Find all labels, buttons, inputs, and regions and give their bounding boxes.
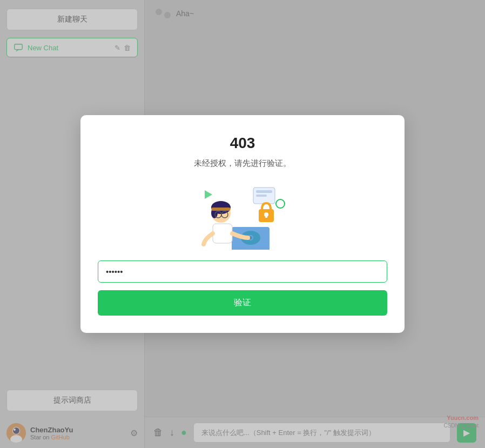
auth-modal: 403 未经授权，请先进行验证。	[80, 115, 405, 333]
svg-rect-24	[213, 224, 232, 243]
password-input[interactable]	[98, 260, 387, 283]
illustration	[188, 179, 297, 250]
svg-rect-23	[211, 208, 231, 211]
error-message: 未经授权，请先进行验证。	[194, 158, 291, 169]
svg-rect-8	[256, 195, 267, 197]
svg-point-26	[276, 199, 285, 208]
svg-rect-15	[232, 227, 270, 250]
svg-marker-25	[205, 190, 212, 199]
verify-button[interactable]: 验证	[98, 290, 387, 316]
svg-rect-7	[256, 190, 272, 193]
svg-rect-11	[265, 215, 267, 218]
error-code: 403	[230, 135, 255, 152]
modal-overlay[interactable]: 403 未经授权，请先进行验证。	[0, 0, 485, 448]
